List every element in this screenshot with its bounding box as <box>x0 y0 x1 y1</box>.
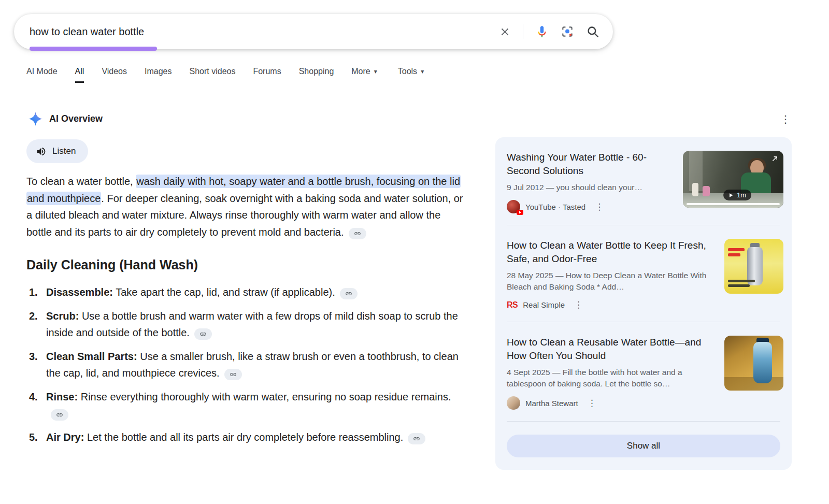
card-menu-button[interactable]: ⋮ <box>585 398 598 409</box>
card-title[interactable]: How to Clean a Water Bottle to Keep It F… <box>507 239 715 265</box>
tab-short-videos[interactable]: Short videos <box>189 67 235 83</box>
card-title[interactable]: How to Clean a Reusable Water Bottle—and… <box>507 336 715 362</box>
tab-all[interactable]: All <box>75 67 84 83</box>
tab-more[interactable]: More▾ <box>351 67 377 83</box>
show-all-button[interactable]: Show all <box>507 435 780 457</box>
link-icon <box>413 435 420 442</box>
overview-paragraph: To clean a water bottle, wash daily with… <box>26 173 468 240</box>
article-thumbnail[interactable] <box>724 336 783 391</box>
search-icon <box>586 25 599 38</box>
article-thumbnail[interactable] <box>724 239 783 294</box>
search-bar-divider <box>523 24 523 39</box>
google-lens-button[interactable] <box>561 25 574 38</box>
ai-overview-title: AI Overview <box>49 113 103 124</box>
card-text: Washing Your Water Bottle - 60-Second So… <box>507 151 674 213</box>
source-card: How to Clean a Reusable Water Bottle—and… <box>495 322 792 421</box>
source-link-chip[interactable] <box>340 288 358 299</box>
tab-shopping[interactable]: Shopping <box>299 67 334 83</box>
source-name: Real Simple <box>523 300 565 309</box>
tab-label: Tools <box>398 67 417 76</box>
card-title[interactable]: Washing Your Water Bottle - 60-Second So… <box>507 151 674 177</box>
voice-search-button[interactable] <box>535 25 549 38</box>
step-label: Scrub: <box>46 310 79 322</box>
step-label: Rinse: <box>46 391 78 402</box>
gemini-sparkle-icon <box>28 112 42 126</box>
loading-progress-bar <box>30 47 157 51</box>
google-lens-icon <box>561 25 574 38</box>
source-link-chip[interactable] <box>224 369 242 380</box>
card-snippet: 4 Sept 2025 — Fill the bottle with hot w… <box>507 367 715 390</box>
chevron-down-icon: ▾ <box>374 68 377 75</box>
clear-search-button[interactable] <box>499 26 511 38</box>
tab-label: AI Mode <box>26 67 58 76</box>
card-menu-button[interactable]: ⋮ <box>572 299 585 310</box>
source-link-chip[interactable] <box>194 328 212 340</box>
step-item: 3.Clean Small Parts: Use a smaller brush… <box>26 348 468 382</box>
step-number: 2. <box>29 308 38 325</box>
search-input[interactable] <box>30 26 499 38</box>
ai-overview-body: To clean a water bottle, wash daily with… <box>26 173 468 452</box>
google-search-results-page: AI Mode All Videos Images Short videos F… <box>0 0 829 504</box>
tab-videos[interactable]: Videos <box>102 67 127 83</box>
step-number: 5. <box>29 429 38 446</box>
link-icon <box>56 411 63 419</box>
card-menu-button[interactable]: ⋮ <box>593 201 606 212</box>
source-link-chip[interactable] <box>408 433 425 444</box>
step-label: Disassemble: <box>46 286 113 298</box>
link-icon <box>199 330 207 338</box>
source-link-chip[interactable] <box>51 409 68 421</box>
steps-list: 1.Disassemble: Take apart the cap, lid, … <box>26 284 468 445</box>
search-submit-button[interactable] <box>586 25 599 38</box>
tab-label: Forums <box>253 67 281 76</box>
sources-panel: Washing Your Water Bottle - 60-Second So… <box>495 137 792 470</box>
martha-stewart-avatar <box>507 396 520 410</box>
section-heading: Daily Cleaning (Hand Wash) <box>26 257 468 272</box>
source-row: RS Real Simple ⋮ <box>507 299 715 310</box>
video-thumbnail[interactable]: 1m <box>683 151 783 208</box>
ai-overview-header: AI Overview <box>28 112 103 126</box>
close-icon <box>499 26 511 38</box>
tab-label: Short videos <box>189 67 235 76</box>
play-icon <box>728 193 734 198</box>
step-text: Rinse everything thoroughly with warm wa… <box>81 391 451 402</box>
step-text: Take apart the cap, lid, and straw (if a… <box>116 286 335 298</box>
chevron-down-icon: ▾ <box>421 68 424 75</box>
duration-label: 1m <box>737 192 746 198</box>
tab-label: More <box>351 67 370 76</box>
tab-forums[interactable]: Forums <box>253 67 281 83</box>
youtube-channel-avatar <box>507 200 520 213</box>
listen-button[interactable]: Listen <box>26 139 88 163</box>
video-progress-bar <box>687 203 780 205</box>
step-label: Air Dry: <box>46 431 84 443</box>
source-name: YouTube · Tasted <box>525 203 585 211</box>
link-icon <box>230 371 237 378</box>
source-row: Martha Stewart ⋮ <box>507 396 715 410</box>
thumbnail-art <box>728 280 755 282</box>
overview-menu-button[interactable]: ⋮ <box>780 113 791 125</box>
tab-tools[interactable]: Tools▾ <box>398 67 424 83</box>
source-card: How to Clean a Water Bottle to Keep It F… <box>495 225 792 322</box>
card-snippet: 28 May 2025 — How to Deep Clean a Water … <box>507 270 715 293</box>
tab-ai-mode[interactable]: AI Mode <box>26 67 58 83</box>
tab-label: All <box>75 67 84 76</box>
real-simple-logo: RS <box>507 300 518 310</box>
kebab-icon: ⋮ <box>574 300 583 310</box>
step-label: Clean Small Parts: <box>46 351 137 362</box>
step-number: 4. <box>29 388 38 406</box>
source-name: Martha Stewart <box>525 399 578 408</box>
thumbnail-art <box>728 248 745 251</box>
thumbnail-art <box>728 253 740 256</box>
step-number: 1. <box>29 284 38 301</box>
youtube-play-badge <box>517 210 523 215</box>
tab-images[interactable]: Images <box>145 67 171 83</box>
thumbnail-art <box>692 183 698 196</box>
card-text: How to Clean a Reusable Water Bottle—and… <box>507 336 715 410</box>
expand-icon <box>771 155 779 163</box>
source-link-chip[interactable] <box>349 228 366 239</box>
kebab-icon: ⋮ <box>780 113 791 125</box>
microphone-icon <box>535 25 549 38</box>
search-bar-icons <box>499 24 599 39</box>
tab-label: Shopping <box>299 67 334 76</box>
play-duration-badge: 1m <box>723 190 751 200</box>
link-icon <box>345 290 352 297</box>
